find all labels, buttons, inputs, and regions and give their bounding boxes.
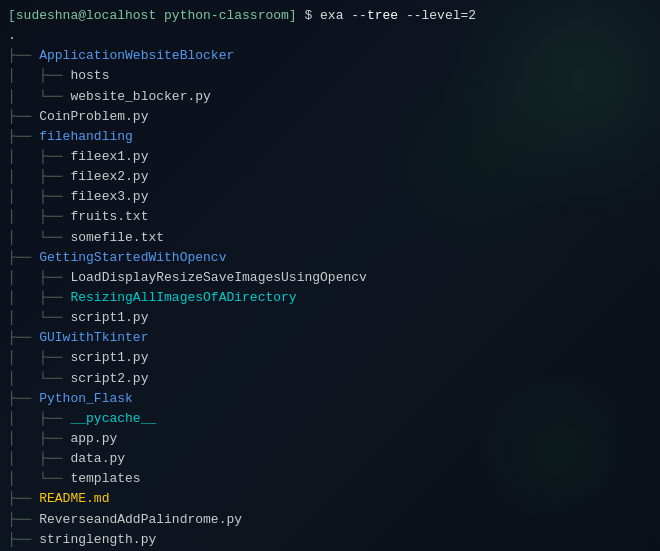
prompt-dollar: $ — [297, 6, 320, 26]
command-text2: --level=2 — [398, 6, 476, 26]
branch-icon: │ ├── — [8, 268, 70, 288]
list-item: │ ├── fruits.txt — [8, 207, 652, 227]
branch-icon: │ ├── — [8, 66, 70, 86]
list-item: │ └── somefile.txt — [8, 228, 652, 248]
branch-icon: │ ├── — [8, 449, 70, 469]
branch-icon: │ ├── — [8, 207, 70, 227]
branch-icon: ├── — [8, 46, 39, 66]
file-name: website_blocker.py — [70, 87, 210, 107]
branch-icon: │ └── — [8, 369, 70, 389]
file-name: data.py — [70, 449, 125, 469]
branch-icon: │ ├── — [8, 409, 70, 429]
list-item: │ └── script2.py — [8, 369, 652, 389]
branch-icon: │ ├── — [8, 429, 70, 449]
list-item: │ ├── data.py — [8, 449, 652, 469]
branch-icon: │ ├── — [8, 348, 70, 368]
branch-icon: │ ├── — [8, 288, 70, 308]
branch-icon: ├── — [8, 530, 39, 550]
list-item: │ ├── app.py — [8, 429, 652, 449]
file-name: script1.py — [70, 348, 148, 368]
file-name: hosts — [70, 66, 109, 86]
file-name: ReverseandAddPalindrome.py — [39, 510, 242, 530]
file-name: stringlength.py — [39, 530, 156, 550]
folder-name: GettingStartedWithOpencv — [39, 248, 226, 268]
command-line: [sudeshna@localhost python-classroom] $ … — [8, 6, 652, 26]
list-item: ├── README.md — [8, 489, 652, 509]
file-name: README.md — [39, 489, 109, 509]
folder-name: Python_Flask — [39, 389, 133, 409]
list-item: │ ├── fileex2.py — [8, 167, 652, 187]
list-item: │ ├── hosts — [8, 66, 652, 86]
file-name: CoinProblem.py — [39, 107, 148, 127]
branch-icon: │ └── — [8, 308, 70, 328]
folder-name: filehandling — [39, 127, 133, 147]
file-name: fileex1.py — [70, 147, 148, 167]
file-name: fileex2.py — [70, 167, 148, 187]
branch-icon: ├── — [8, 489, 39, 509]
list-item: ├── GettingStartedWithOpencv — [8, 248, 652, 268]
list-item: ├── stringlength.py — [8, 530, 652, 550]
folder-name: ResizingAllImagesOfADirectory — [70, 288, 296, 308]
list-item: │ ├── fileex3.py — [8, 187, 652, 207]
root-dot: . — [8, 26, 16, 46]
list-item: ├── filehandling — [8, 127, 652, 147]
file-name: fruits.txt — [70, 207, 148, 227]
list-item: ├── CoinProblem.py — [8, 107, 652, 127]
branch-icon: │ ├── — [8, 167, 70, 187]
list-item: ├── ReverseandAddPalindrome.py — [8, 510, 652, 530]
branch-icon: │ └── — [8, 87, 70, 107]
file-name: LoadDisplayResizeSaveImagesUsingOpencv — [70, 268, 366, 288]
tree-root: . — [8, 26, 652, 46]
branch-icon: ├── — [8, 510, 39, 530]
prompt-text: [sudeshna@localhost python-classroom] — [8, 6, 297, 26]
branch-icon: ├── — [8, 328, 39, 348]
branch-icon: ├── — [8, 127, 39, 147]
file-name: script1.py — [70, 308, 148, 328]
file-name: somefile.txt — [70, 228, 164, 248]
file-name: script2.py — [70, 369, 148, 389]
list-item: ├── Python_Flask — [8, 389, 652, 409]
list-item: │ └── templates — [8, 469, 652, 489]
file-name: templates — [70, 469, 140, 489]
branch-icon: │ └── — [8, 228, 70, 248]
branch-icon: │ └── — [8, 469, 70, 489]
list-item: │ └── script1.py — [8, 308, 652, 328]
folder-name: GUIwithTkinter — [39, 328, 148, 348]
list-item: │ ├── __pycache__ — [8, 409, 652, 429]
terminal-window: [sudeshna@localhost python-classroom] $ … — [0, 0, 660, 551]
command-text: exa -- — [320, 6, 367, 26]
branch-icon: ├── — [8, 248, 39, 268]
list-item: │ ├── ResizingAllImagesOfADirectory — [8, 288, 652, 308]
file-name: app.py — [70, 429, 117, 449]
terminal-content: [sudeshna@localhost python-classroom] $ … — [8, 6, 652, 551]
list-item: │ ├── fileex1.py — [8, 147, 652, 167]
list-item: ├── GUIwithTkinter — [8, 328, 652, 348]
list-item: │ └── website_blocker.py — [8, 87, 652, 107]
list-item: ├── ApplicationWebsiteBlocker — [8, 46, 652, 66]
branch-icon: ├── — [8, 107, 39, 127]
branch-icon: ├── — [8, 389, 39, 409]
list-item: │ ├── script1.py — [8, 348, 652, 368]
folder-name: ApplicationWebsiteBlocker — [39, 46, 234, 66]
folder-name: __pycache__ — [70, 409, 156, 429]
command-highlight: tree — [367, 6, 398, 26]
list-item: │ ├── LoadDisplayResizeSaveImagesUsingOp… — [8, 268, 652, 288]
branch-icon: │ ├── — [8, 187, 70, 207]
branch-icon: │ ├── — [8, 147, 70, 167]
file-name: fileex3.py — [70, 187, 148, 207]
